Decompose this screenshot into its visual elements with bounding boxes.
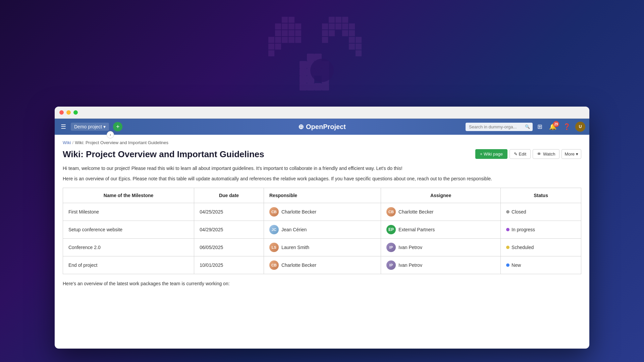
- svg-rect-22: [329, 23, 335, 29]
- cell-assignee-2: IP Ivan Petrov: [381, 239, 501, 256]
- page-header: Wiki: Project Overview and Important Gui…: [63, 149, 581, 160]
- svg-rect-8: [288, 30, 294, 36]
- svg-rect-46: [300, 76, 307, 83]
- cell-name-1: Setup conference website: [63, 221, 194, 239]
- cell-responsible-1: JC Jean Cérien: [264, 221, 381, 239]
- svg-rect-24: [342, 23, 348, 29]
- window-titlebar: [55, 107, 589, 119]
- wiki-page-button[interactable]: + Wiki page: [475, 149, 507, 159]
- window-maximize-button[interactable]: [73, 110, 78, 115]
- project-name: Demo project: [74, 124, 102, 129]
- responsible-name-1: Jean Cérien: [281, 227, 307, 232]
- more-button[interactable]: More ▾: [561, 149, 581, 159]
- table-row[interactable]: First Milestone 04/25/2025 CB Charlotte …: [63, 203, 581, 221]
- col-due-date: Due date: [194, 188, 264, 203]
- svg-point-53: [310, 59, 334, 82]
- svg-rect-9: [295, 30, 301, 36]
- svg-rect-16: [275, 44, 281, 50]
- col-status: Status: [501, 188, 581, 203]
- watch-label: Watch: [543, 152, 555, 157]
- cell-status-0: Closed: [501, 203, 581, 221]
- svg-rect-23: [335, 23, 341, 29]
- svg-rect-52: [322, 83, 329, 90]
- svg-rect-50: [307, 83, 314, 90]
- user-initials: U: [579, 124, 582, 129]
- svg-rect-48: [322, 76, 329, 83]
- svg-rect-2: [275, 23, 281, 29]
- window-close-button[interactable]: [59, 110, 64, 115]
- svg-rect-30: [322, 37, 328, 43]
- responsible-name-0: Charlotte Becker: [281, 209, 316, 215]
- cell-status-2: Scheduled: [501, 239, 581, 256]
- svg-rect-39: [307, 61, 314, 68]
- assignee-name-0: Charlotte Becker: [398, 209, 433, 215]
- svg-rect-33: [349, 44, 355, 50]
- grid-view-icon[interactable]: ⊞: [535, 122, 544, 132]
- svg-rect-42: [300, 68, 307, 76]
- responsible-avatar-1: JC: [269, 225, 279, 234]
- svg-rect-28: [342, 30, 348, 36]
- status-label-1: In progress: [512, 227, 535, 232]
- svg-rect-44: [314, 68, 322, 76]
- hamburger-menu-icon[interactable]: ☰: [59, 122, 68, 132]
- project-selector[interactable]: Demo project ▾: [71, 123, 109, 131]
- notifications-icon[interactable]: 🔔 29: [547, 122, 558, 132]
- assignee-name-2: Ivan Petrov: [398, 245, 422, 250]
- notification-badge: 29: [553, 121, 559, 127]
- table-row[interactable]: Setup conference website 04/29/2025 JC J…: [63, 221, 581, 239]
- cell-status-1: In progress: [501, 221, 581, 239]
- svg-rect-20: [342, 17, 348, 23]
- svg-rect-26: [322, 30, 328, 36]
- svg-rect-43: [307, 68, 314, 76]
- svg-rect-21: [322, 23, 328, 29]
- svg-rect-29: [349, 30, 355, 36]
- more-label: More: [565, 152, 575, 157]
- svg-rect-17: [268, 50, 274, 56]
- svg-rect-7: [282, 30, 288, 36]
- app-window: ☰ Demo project ▾ + ⊕ OpenProject ⊞ 🔔 29 …: [55, 107, 589, 349]
- search-wrapper: [466, 123, 533, 131]
- search-input[interactable]: [466, 123, 533, 131]
- svg-rect-35: [356, 50, 362, 56]
- sidebar-collapse-button[interactable]: ›: [107, 131, 114, 138]
- svg-rect-34: [356, 44, 362, 50]
- assignee-avatar-2: IP: [386, 243, 396, 252]
- svg-rect-41: [322, 61, 329, 68]
- svg-rect-14: [295, 37, 301, 43]
- status-dot-1: [506, 228, 509, 231]
- svg-rect-18: [329, 17, 335, 23]
- svg-rect-13: [288, 37, 294, 43]
- assignee-avatar-3: IP: [386, 260, 396, 270]
- status-dot-3: [506, 263, 509, 267]
- table-header-row: Name of the Milestone Due date Responsib…: [63, 188, 581, 203]
- milestone-table: Name of the Milestone Due date Responsib…: [63, 188, 581, 274]
- cell-assignee-3: IP Ivan Petrov: [381, 256, 501, 274]
- status-label-3: New: [512, 262, 521, 268]
- more-dropdown-icon: ▾: [576, 152, 578, 157]
- svg-rect-37: [314, 54, 322, 61]
- breadcrumb-wiki-link[interactable]: Wiki: [63, 140, 71, 145]
- assignee-avatar-0: CB: [386, 207, 396, 217]
- help-icon[interactable]: ❓: [561, 122, 573, 132]
- svg-rect-27: [329, 30, 335, 36]
- edit-button[interactable]: ✎ Edit: [509, 149, 531, 159]
- add-button[interactable]: +: [113, 122, 122, 131]
- responsible-avatar-3: CB: [269, 260, 279, 270]
- svg-rect-12: [282, 37, 288, 43]
- user-avatar[interactable]: U: [575, 122, 585, 132]
- background-logo: [255, 13, 389, 101]
- page-actions: + Wiki page ✎ Edit 👁 Watch More ▾: [475, 149, 581, 159]
- watch-button[interactable]: 👁 Watch: [533, 149, 559, 159]
- cell-assignee-1: EP External Partners: [381, 221, 501, 239]
- svg-rect-38: [300, 61, 307, 68]
- svg-rect-10: [268, 37, 274, 43]
- window-minimize-button[interactable]: [66, 110, 71, 115]
- table-row[interactable]: End of project 10/01/2025 CB Charlotte B…: [63, 256, 581, 274]
- svg-rect-11: [275, 37, 281, 43]
- svg-rect-45: [322, 68, 329, 76]
- cell-status-3: New: [501, 256, 581, 274]
- cell-responsible-2: LS Lauren Smith: [264, 239, 381, 256]
- table-row[interactable]: Conference 2.0 06/05/2025 LS Lauren Smit…: [63, 239, 581, 256]
- bottom-text: Here's an overview of the latest work pa…: [63, 281, 581, 286]
- svg-rect-4: [288, 23, 294, 29]
